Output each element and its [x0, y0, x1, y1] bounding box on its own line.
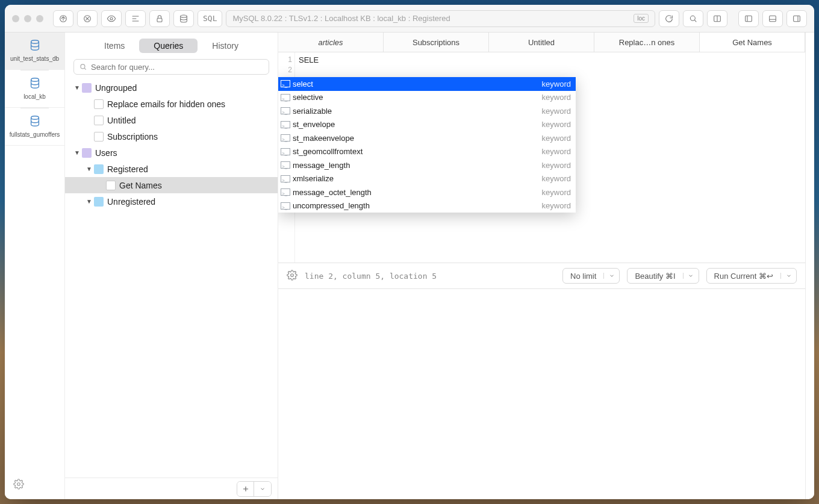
editor-tab[interactable]: Subscriptions	[384, 33, 489, 52]
tree-group[interactable]: ▼Users	[65, 145, 278, 161]
chevron-down-icon	[603, 273, 619, 279]
stop-button[interactable]	[77, 10, 98, 27]
autocomplete-item[interactable]: message_lengthkeyword	[278, 158, 576, 172]
db-label: local_kb	[7, 93, 62, 100]
keyword-text: uncompressed_length	[293, 201, 542, 211]
database-icon	[28, 39, 42, 52]
lock-button[interactable]	[149, 10, 170, 27]
svg-rect-9	[794, 16, 800, 21]
chevron-down-icon	[780, 273, 796, 279]
keyword-icon	[281, 175, 290, 182]
tree-group[interactable]: ▼Registered	[65, 161, 278, 177]
tree-file[interactable]: Untitled	[65, 112, 278, 128]
keyword-type: keyword	[542, 106, 571, 116]
bottom-panel-toggle[interactable]	[762, 10, 783, 27]
add-query-split-button	[237, 481, 272, 497]
database-icon	[28, 114, 42, 128]
line-number: 1	[278, 55, 294, 65]
keyword-text: selective	[293, 92, 542, 102]
code-editor[interactable]: SELE selectkeywordselectivekeywordserial…	[295, 52, 805, 263]
tab-items[interactable]: Items	[90, 39, 139, 53]
folder-icon	[94, 164, 104, 174]
tree-file[interactable]: Replace emails for hidden ones	[65, 96, 278, 112]
tree-file[interactable]: Subscriptions	[65, 128, 278, 145]
tab-queries[interactable]: Queries	[139, 39, 198, 53]
keyword-type: keyword	[542, 160, 571, 170]
app-settings-gear[interactable]	[13, 479, 24, 492]
database-button[interactable]	[173, 10, 194, 27]
keyword-icon	[281, 134, 290, 142]
autocomplete-item[interactable]: uncompressed_lengthkeyword	[278, 199, 576, 213]
gear-icon[interactable]	[287, 270, 297, 282]
autocomplete-item[interactable]: xmlserializekeyword	[278, 172, 576, 186]
keyword-icon	[281, 148, 290, 155]
keyword-icon	[281, 161, 290, 169]
disclosure-triangle[interactable]: ▼	[86, 166, 93, 172]
autocomplete-item[interactable]: st_geomcollfromtextkeyword	[278, 145, 576, 159]
traffic-lights	[12, 15, 43, 22]
svg-rect-7	[746, 16, 752, 21]
search-input[interactable]	[91, 63, 264, 72]
chevron-down-icon	[683, 273, 699, 279]
minimize-window[interactable]	[24, 15, 31, 22]
panel-toggle-1[interactable]	[707, 10, 727, 27]
db-label: fullstats_gumoffers	[7, 131, 62, 138]
results-pane	[278, 289, 805, 499]
svg-point-15	[17, 483, 20, 486]
autocomplete-item[interactable]: st_envelopekeyword	[278, 118, 576, 132]
autocomplete-item[interactable]: st_makeenvelopekeyword	[278, 131, 576, 145]
folder-icon	[82, 148, 92, 158]
editor-wrap: 12 SELE selectkeywordselectivekeywordser…	[278, 52, 805, 499]
svg-point-5	[690, 16, 695, 20]
add-query-button[interactable]	[237, 482, 254, 496]
svg-rect-8	[770, 16, 776, 21]
disclosure-triangle[interactable]: ▼	[73, 84, 81, 91]
db-item[interactable]: unit_test_stats_db	[5, 33, 64, 70]
segmented-control: Items Queries History	[65, 33, 278, 57]
keyword-text: st_envelope	[293, 119, 542, 129]
autocomplete-item[interactable]: selectivekeyword	[278, 91, 576, 105]
editor-tab[interactable]: Replac…n ones	[594, 33, 700, 52]
autocomplete-item[interactable]: serializablekeyword	[278, 104, 576, 118]
main-panel: articlesSubscriptionsUntitledReplac…n on…	[278, 33, 806, 499]
close-window[interactable]	[12, 15, 19, 22]
sidebar: Items Queries History ▼UngroupedReplace …	[65, 33, 278, 499]
tree-group[interactable]: ▼Unregistered	[65, 193, 278, 210]
keyword-icon	[281, 202, 290, 210]
connection-bar[interactable]: MySQL 8.0.22 : TLSv1.2 : Localhost KB : …	[226, 10, 655, 27]
editor-tab[interactable]: articles	[278, 33, 384, 52]
search-button[interactable]	[683, 10, 703, 27]
add-query-dropdown[interactable]	[254, 482, 271, 496]
db-item[interactable]: local_kb	[5, 70, 64, 108]
keyword-type: keyword	[542, 133, 571, 143]
disclosure-triangle[interactable]: ▼	[86, 198, 93, 205]
run-button[interactable]: Run Current ⌘↩	[706, 268, 797, 284]
autocomplete-item[interactable]: selectkeyword	[278, 77, 576, 91]
editor-tab[interactable]: Untitled	[489, 33, 594, 52]
align-button[interactable]	[125, 10, 146, 27]
keyword-type: keyword	[542, 187, 571, 198]
tree-file[interactable]: Get Names	[65, 177, 278, 193]
sql-button[interactable]: SQL	[198, 10, 222, 27]
disclosure-triangle[interactable]: ▼	[73, 149, 81, 156]
zoom-window[interactable]	[36, 15, 43, 22]
right-panel-toggle[interactable]	[786, 10, 807, 27]
tab-history[interactable]: History	[198, 39, 253, 53]
preview-button[interactable]	[101, 10, 122, 27]
cursor-location: line 2, column 5, location 5	[305, 272, 555, 281]
editor-area[interactable]: 12 SELE selectkeywordselectivekeywordser…	[278, 52, 805, 263]
tree-group[interactable]: ▼Ungrouped	[65, 79, 278, 96]
svg-point-10	[31, 40, 39, 44]
file-icon	[94, 132, 104, 142]
connect-button[interactable]	[53, 10, 73, 27]
limit-selector[interactable]: No limit	[562, 268, 620, 284]
editor-tab[interactable]: Get Names	[700, 33, 805, 52]
beautify-button[interactable]: Beautify ⌘I	[627, 268, 699, 284]
left-panel-toggle[interactable]	[738, 10, 759, 27]
autocomplete-item[interactable]: message_octet_lengthkeyword	[278, 185, 576, 199]
tree-label: Registered	[107, 164, 148, 174]
search-field[interactable]	[73, 59, 269, 75]
tree-label: Ungrouped	[95, 83, 137, 93]
db-item[interactable]: fullstats_gumoffers	[5, 108, 64, 146]
refresh-button[interactable]	[659, 10, 679, 27]
